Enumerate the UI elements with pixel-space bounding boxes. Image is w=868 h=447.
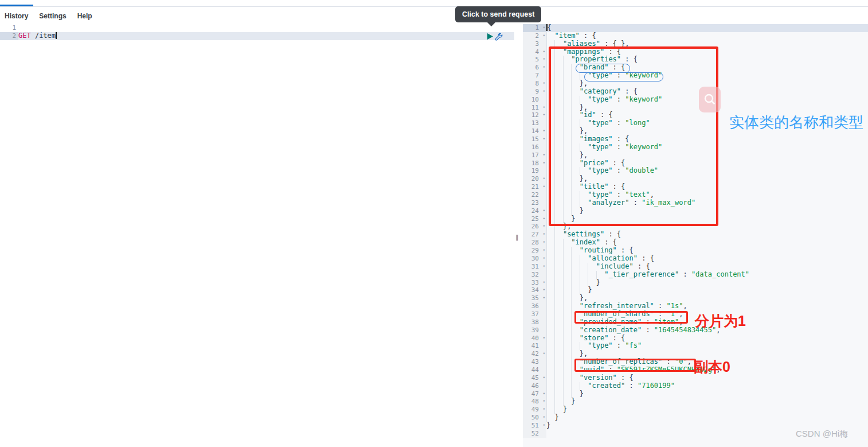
response-line-content: }, [546, 151, 868, 160]
response-line-number: 52 [523, 430, 546, 438]
editor-line-content[interactable] [18, 24, 514, 32]
menu-settings[interactable]: Settings [39, 12, 66, 20]
editor-line[interactable]: 1 [0, 24, 514, 32]
response-line-number: 32 [523, 271, 546, 279]
fold-toggle-icon[interactable]: ▾ [543, 24, 545, 32]
code-token: "aliases" [563, 40, 600, 48]
fold-toggle-icon[interactable]: ▾ [543, 215, 545, 223]
menu-help[interactable]: Help [77, 12, 92, 20]
code-token: }, [580, 151, 588, 159]
indent-guides [546, 406, 563, 414]
response-line-content: } [546, 406, 868, 414]
pane-resizer[interactable]: ‖ [514, 24, 523, 447]
fold-toggle-icon[interactable]: ▾ [543, 255, 545, 263]
fold-toggle-icon[interactable]: ▾ [543, 48, 545, 56]
response-line-number: 36 [523, 302, 546, 310]
fold-toggle-icon[interactable]: ▾ [543, 80, 545, 88]
fold-toggle-icon[interactable]: ▾ [543, 183, 545, 191]
response-line-content: "category" : { [546, 88, 868, 96]
response-line-content: } [546, 414, 868, 422]
response-line: 40▾ "store" : { [523, 335, 868, 343]
wrench-icon[interactable] [495, 33, 502, 40]
response-line-content: "title" : { [546, 183, 868, 191]
indent-guides [546, 32, 554, 40]
code-token: "provided_name" [580, 318, 642, 326]
code-token: : [642, 318, 654, 326]
code-token: "properties" [571, 55, 621, 63]
code-token: : [613, 166, 625, 174]
fold-toggle-icon[interactable]: ▾ [543, 279, 545, 287]
response-line-content: "type" : "keyword" [546, 72, 868, 80]
fold-toggle-icon[interactable]: ▾ [543, 104, 545, 112]
fold-toggle-icon[interactable]: ▾ [543, 406, 545, 414]
indent-guides [546, 151, 580, 160]
response-line-number: 9▾ [523, 88, 546, 96]
code-token: "1" [667, 310, 679, 318]
fold-toggle-icon[interactable]: ▾ [543, 350, 545, 358]
code-token: } [571, 215, 575, 223]
code-token: "uuid" [580, 366, 604, 374]
indent-guides [546, 175, 580, 183]
fold-toggle-icon[interactable]: ▾ [543, 263, 545, 271]
fold-toggle-icon[interactable]: ▾ [543, 231, 545, 239]
indent-guides [546, 294, 580, 302]
indent-guides [546, 183, 580, 191]
code-token: , [716, 326, 720, 334]
fold-toggle-icon[interactable]: ▾ [543, 135, 545, 143]
response-line: 25▾ } [523, 215, 868, 223]
fold-toggle-icon[interactable]: ▾ [543, 160, 545, 168]
fold-toggle-icon[interactable]: ▾ [543, 294, 545, 302]
fold-toggle-icon[interactable]: ▾ [543, 390, 545, 398]
response-line: 46 "created" : "7160199" [523, 382, 868, 390]
code-token: "type" [588, 191, 612, 199]
code-token: "routing" [580, 246, 617, 254]
fold-toggle-icon[interactable]: ▾ [543, 239, 545, 247]
editor-line-content[interactable]: GET /item [18, 32, 514, 40]
response-line: 44 "uuid" : "SK591rZKSMeE5UKCNHWW2g", [523, 366, 868, 374]
response-line-content: "type" : "long" [546, 119, 868, 127]
fold-toggle-icon[interactable]: ▾ [543, 335, 545, 343]
response-line-content: "allocation" : { [546, 255, 868, 263]
code-token: : { [638, 254, 654, 262]
menu-history[interactable]: History [5, 12, 28, 20]
response-line-number: 38 [523, 318, 546, 326]
fold-toggle-icon[interactable]: ▾ [543, 64, 545, 72]
fold-toggle-icon[interactable]: ▾ [543, 223, 545, 231]
response-line-content: "type" : "fs" [546, 342, 868, 350]
indent-guides [546, 96, 588, 104]
response-line: 11▾ }, [523, 104, 868, 112]
fold-toggle-icon[interactable]: ▾ [543, 88, 545, 96]
request-editor[interactable]: 12GET /item [0, 24, 514, 447]
response-line-number: 22 [523, 191, 546, 199]
code-token: }, [580, 294, 588, 302]
response-line: 50▾ } [523, 414, 868, 422]
response-line: 10 "type" : "keyword" [523, 96, 868, 104]
fold-toggle-icon[interactable]: ▾ [543, 374, 545, 382]
indent-guides [546, 279, 596, 287]
fold-toggle-icon[interactable]: ▾ [543, 175, 545, 183]
indent-guides [546, 263, 596, 271]
code-token: "version" [580, 374, 617, 382]
fold-toggle-icon[interactable]: ▾ [543, 422, 545, 430]
fold-toggle-icon[interactable]: ▾ [543, 414, 545, 422]
fold-toggle-icon[interactable]: ▾ [543, 207, 545, 215]
response-line-number: 1▾ [523, 24, 546, 32]
fold-toggle-icon[interactable]: ▾ [543, 286, 545, 294]
response-line: 19 "type" : "double" [523, 167, 868, 175]
fold-toggle-icon[interactable]: ▾ [543, 111, 545, 119]
fold-toggle-icon[interactable]: ▾ [543, 127, 545, 135]
code-token: "type" [588, 71, 612, 79]
editor-line[interactable]: 2GET /item [0, 32, 514, 40]
fold-toggle-icon[interactable]: ▾ [543, 398, 545, 406]
response-output[interactable]: 1▾{2▾ "item" : {3 "aliases" : { },4▾ "ma… [523, 24, 868, 447]
response-line-content: "aliases" : { }, [546, 40, 868, 48]
code-token: /item [31, 32, 56, 40]
response-line: 28▾ "index" : { [523, 239, 868, 247]
fold-toggle-icon[interactable]: ▾ [543, 56, 545, 64]
play-icon[interactable] [487, 33, 494, 40]
response-line-number: 10 [523, 96, 546, 104]
fold-toggle-icon[interactable]: ▾ [543, 32, 545, 40]
resizer-grip-icon[interactable]: ‖ [515, 234, 519, 241]
fold-toggle-icon[interactable]: ▾ [543, 151, 545, 160]
fold-toggle-icon[interactable]: ▾ [543, 247, 545, 255]
